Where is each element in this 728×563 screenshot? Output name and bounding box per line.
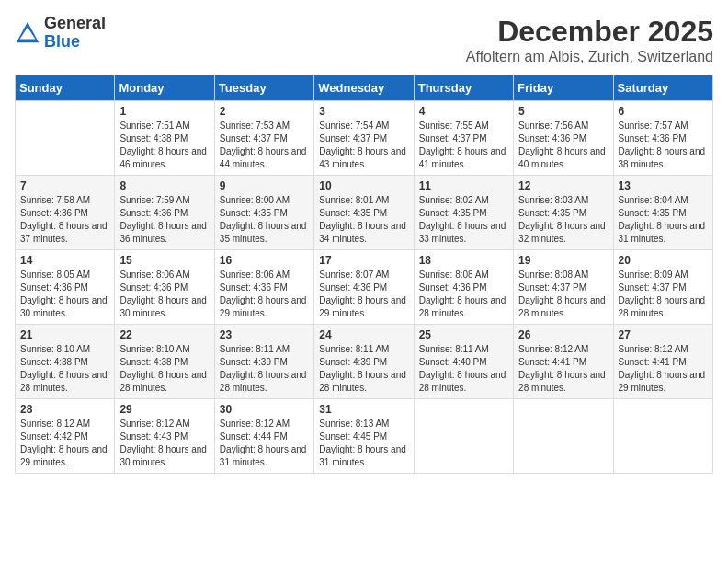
table-row: 24Sunrise: 8:11 AM Sunset: 4:39 PM Dayli… [314,325,414,399]
day-info: Sunrise: 8:11 AM Sunset: 4:39 PM Dayligh… [220,343,309,395]
table-row: 21Sunrise: 8:10 AM Sunset: 4:38 PM Dayli… [16,325,115,399]
table-row: 30Sunrise: 8:12 AM Sunset: 4:44 PM Dayli… [214,399,313,474]
table-row: 1Sunrise: 7:51 AM Sunset: 4:38 PM Daylig… [115,101,214,176]
table-row: 17Sunrise: 8:07 AM Sunset: 4:36 PM Dayli… [314,250,414,325]
day-info: Sunrise: 8:00 AM Sunset: 4:35 PM Dayligh… [220,194,309,246]
day-info: Sunrise: 8:12 AM Sunset: 4:42 PM Dayligh… [20,418,109,469]
day-info: Sunrise: 7:57 AM Sunset: 4:36 PM Dayligh… [619,120,708,171]
day-number: 29 [119,403,209,416]
day-number: 20 [619,254,708,267]
table-row [414,399,513,474]
table-row: 7Sunrise: 7:58 AM Sunset: 4:36 PM Daylig… [16,176,115,250]
table-row: 10Sunrise: 8:01 AM Sunset: 4:35 PM Dayli… [314,176,414,250]
day-number: 15 [119,254,209,267]
header-tuesday: Tuesday [214,75,313,101]
logo-blue: Blue [44,33,106,52]
calendar-week-row: 14Sunrise: 8:05 AM Sunset: 4:36 PM Dayli… [16,250,713,325]
table-row: 29Sunrise: 8:12 AM Sunset: 4:43 PM Dayli… [115,399,214,474]
day-number: 3 [319,105,408,118]
day-info: Sunrise: 8:03 AM Sunset: 4:35 PM Dayligh… [518,194,608,246]
day-number: 18 [419,254,508,267]
day-number: 16 [220,254,309,267]
day-number: 1 [119,105,209,118]
table-row: 18Sunrise: 8:08 AM Sunset: 4:36 PM Dayli… [414,250,513,325]
day-info: Sunrise: 8:10 AM Sunset: 4:38 PM Dayligh… [119,343,209,395]
day-number: 22 [119,328,209,341]
header-monday: Monday [115,75,214,101]
day-info: Sunrise: 8:12 AM Sunset: 4:41 PM Dayligh… [619,343,708,395]
header-wednesday: Wednesday [314,75,414,101]
table-row: 8Sunrise: 7:59 AM Sunset: 4:36 PM Daylig… [115,176,214,250]
day-number: 4 [419,105,508,118]
day-number: 5 [518,105,608,118]
day-number: 31 [319,403,408,416]
day-info: Sunrise: 8:01 AM Sunset: 4:35 PM Dayligh… [319,194,408,246]
title-block: December 2025 Affoltern am Albis, Zurich… [466,15,713,65]
day-info: Sunrise: 8:11 AM Sunset: 4:40 PM Dayligh… [419,343,508,395]
day-number: 6 [619,105,708,118]
header-sunday: Sunday [16,75,115,101]
day-number: 24 [319,328,408,341]
table-row [16,101,115,176]
logo: General Blue [15,15,106,52]
logo-text: General Blue [44,15,106,52]
day-number: 19 [518,254,608,267]
day-info: Sunrise: 8:12 AM Sunset: 4:43 PM Dayligh… [119,418,209,469]
table-row [514,399,613,474]
day-number: 7 [20,179,109,192]
day-number: 21 [20,328,109,341]
day-info: Sunrise: 7:51 AM Sunset: 4:38 PM Dayligh… [119,120,209,171]
table-row: 31Sunrise: 8:13 AM Sunset: 4:45 PM Dayli… [314,399,414,474]
table-row: 4Sunrise: 7:55 AM Sunset: 4:37 PM Daylig… [414,101,513,176]
day-number: 17 [319,254,408,267]
day-info: Sunrise: 7:54 AM Sunset: 4:37 PM Dayligh… [319,120,408,171]
day-info: Sunrise: 8:11 AM Sunset: 4:39 PM Dayligh… [319,343,408,395]
logo-icon [15,20,40,46]
calendar-week-row: 28Sunrise: 8:12 AM Sunset: 4:42 PM Dayli… [16,399,713,474]
table-row: 9Sunrise: 8:00 AM Sunset: 4:35 PM Daylig… [214,176,313,250]
table-row: 11Sunrise: 8:02 AM Sunset: 4:35 PM Dayli… [414,176,513,250]
month-title: December 2025 [466,15,713,49]
day-number: 25 [419,328,508,341]
day-number: 23 [220,328,309,341]
day-number: 13 [619,179,708,192]
day-number: 8 [119,179,209,192]
day-number: 10 [319,179,408,192]
day-info: Sunrise: 7:55 AM Sunset: 4:37 PM Dayligh… [419,120,508,171]
day-info: Sunrise: 7:56 AM Sunset: 4:36 PM Dayligh… [518,120,608,171]
day-number: 26 [518,328,608,341]
table-row [613,399,712,474]
day-info: Sunrise: 8:02 AM Sunset: 4:35 PM Dayligh… [419,194,508,246]
header-saturday: Saturday [613,75,712,101]
day-number: 11 [419,179,508,192]
table-row: 15Sunrise: 8:06 AM Sunset: 4:36 PM Dayli… [115,250,214,325]
day-number: 2 [220,105,309,118]
table-row: 16Sunrise: 8:06 AM Sunset: 4:36 PM Dayli… [214,250,313,325]
table-row: 3Sunrise: 7:54 AM Sunset: 4:37 PM Daylig… [314,101,414,176]
table-row: 6Sunrise: 7:57 AM Sunset: 4:36 PM Daylig… [613,101,712,176]
day-number: 9 [220,179,309,192]
table-row: 22Sunrise: 8:10 AM Sunset: 4:38 PM Dayli… [115,325,214,399]
day-info: Sunrise: 7:58 AM Sunset: 4:36 PM Dayligh… [20,194,109,246]
table-row: 25Sunrise: 8:11 AM Sunset: 4:40 PM Dayli… [414,325,513,399]
table-row: 19Sunrise: 8:08 AM Sunset: 4:37 PM Dayli… [514,250,613,325]
table-row: 28Sunrise: 8:12 AM Sunset: 4:42 PM Dayli… [16,399,115,474]
day-info: Sunrise: 8:13 AM Sunset: 4:45 PM Dayligh… [319,418,408,469]
weekday-header-row: Sunday Monday Tuesday Wednesday Thursday… [16,75,713,101]
day-info: Sunrise: 8:09 AM Sunset: 4:37 PM Dayligh… [619,269,708,320]
day-number: 28 [20,403,109,416]
table-row: 13Sunrise: 8:04 AM Sunset: 4:35 PM Dayli… [613,176,712,250]
table-row: 26Sunrise: 8:12 AM Sunset: 4:41 PM Dayli… [514,325,613,399]
table-row: 23Sunrise: 8:11 AM Sunset: 4:39 PM Dayli… [214,325,313,399]
page-header: General Blue December 2025 Affoltern am … [15,15,713,65]
location-title: Affoltern am Albis, Zurich, Switzerland [466,49,713,65]
day-info: Sunrise: 8:07 AM Sunset: 4:36 PM Dayligh… [319,269,408,320]
day-info: Sunrise: 7:59 AM Sunset: 4:36 PM Dayligh… [119,194,209,246]
day-info: Sunrise: 8:08 AM Sunset: 4:36 PM Dayligh… [419,269,508,320]
day-number: 30 [220,403,309,416]
day-number: 14 [20,254,109,267]
day-info: Sunrise: 8:12 AM Sunset: 4:41 PM Dayligh… [518,343,608,395]
day-info: Sunrise: 8:10 AM Sunset: 4:38 PM Dayligh… [20,343,109,395]
table-row: 2Sunrise: 7:53 AM Sunset: 4:37 PM Daylig… [214,101,313,176]
table-row: 14Sunrise: 8:05 AM Sunset: 4:36 PM Dayli… [16,250,115,325]
